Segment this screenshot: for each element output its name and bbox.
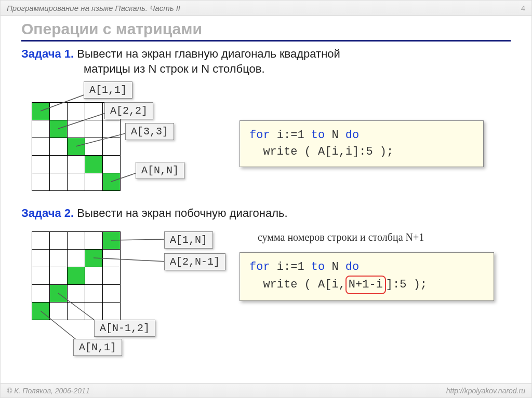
task2-note: сумма номеров строки и столбца N+1 xyxy=(258,231,424,243)
callout-an12: A[N-1,2] xyxy=(94,320,155,337)
highlight-formula: N+1-i xyxy=(345,276,386,294)
page-number: 4 xyxy=(521,4,525,12)
task2-text: Задача 2. Вывести на экран побочную диаг… xyxy=(21,206,511,221)
header-subtitle: Программирование на языке Паскаль. Часть… xyxy=(7,4,180,12)
task1-line1: Вывести на экран главную диагональ квадр… xyxy=(77,47,340,60)
task1-line2: матрицы из N строк и N столбцов. xyxy=(21,62,511,77)
slide-footer: © К. Поляков, 2006-2011 http://kpolyakov… xyxy=(1,383,531,397)
footer-author: © К. Поляков, 2006-2011 xyxy=(7,387,90,395)
slide-title: Операции с матрицами xyxy=(1,16,531,40)
code-task1: for i:=1 to N do write ( A[i,i]:5 ); xyxy=(240,120,484,167)
code-task2: for i:=1 to N do write ( A[i,N+1-i]:5 ); xyxy=(240,252,494,301)
footer-url: http://kpolyakov.narod.ru xyxy=(446,387,525,395)
callout-a1n: A[1,N] xyxy=(164,231,213,249)
slide-header: Программирование на языке Паскаль. Часть… xyxy=(1,1,531,16)
task2-label: Задача 2. xyxy=(21,207,74,219)
callout-a11: A[1,1] xyxy=(84,81,132,99)
title-underline xyxy=(21,40,511,42)
task2-line1: Вывести на экран побочную диагональ. xyxy=(77,207,287,219)
callout-an1: A[N,1] xyxy=(73,339,122,356)
callout-a33: A[3,3] xyxy=(125,123,174,140)
matrix-anti-diagonal xyxy=(32,231,121,320)
task1-label: Задача 1. xyxy=(21,47,74,60)
callout-a2n1: A[2,N-1] xyxy=(164,253,225,270)
task1-text: Задача 1. Вывести на экран главную диаго… xyxy=(21,47,511,76)
callout-a22: A[2,2] xyxy=(104,102,153,119)
callout-ann: A[N,N] xyxy=(136,162,184,179)
